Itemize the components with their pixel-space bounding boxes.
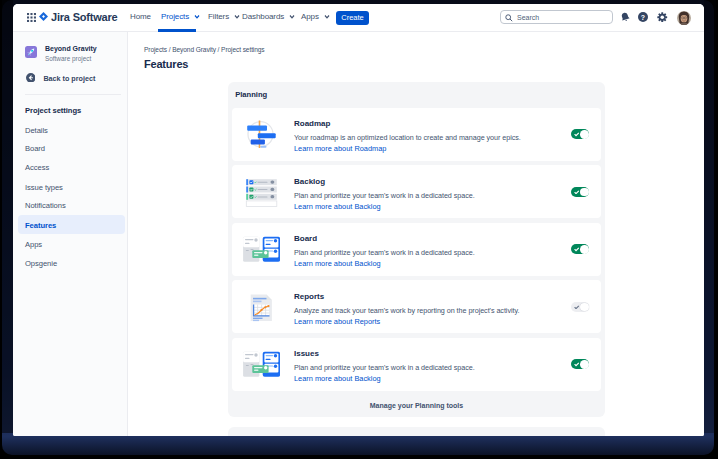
svg-text:?: ? — [641, 14, 645, 21]
